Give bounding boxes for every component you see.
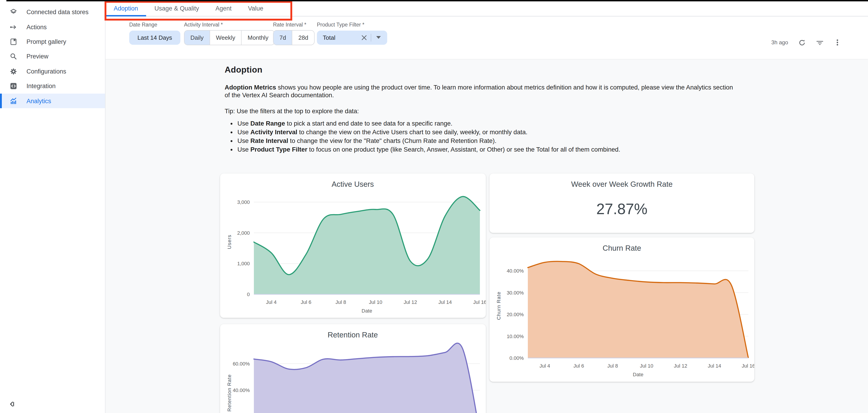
scorecard-title: Week over Week Growth Rate [490, 180, 754, 189]
page-title: Adoption [225, 65, 738, 75]
svg-text:Jul 12: Jul 12 [674, 363, 687, 369]
code-icon [9, 82, 17, 90]
rate-7d-option[interactable]: 7d [274, 30, 292, 44]
sidebar-item-analytics[interactable]: Analytics [0, 94, 105, 108]
list-item: Use Rate Interval to change the view for… [238, 137, 738, 145]
activity-monthly-option[interactable]: Monthly [241, 30, 274, 44]
svg-text:Jul 12: Jul 12 [403, 299, 417, 305]
rate-interval-filter: Rate Interval * 7d 28d [273, 16, 315, 44]
filter-bar: Date Range Last 14 Days Activity Interva… [105, 16, 868, 59]
gear-icon [9, 68, 17, 75]
sidebar-item-label: Preview [27, 53, 49, 60]
svg-text:Users: Users [226, 235, 232, 249]
svg-text:2,000: 2,000 [237, 230, 250, 236]
product-type-filter: Product Type Filter * Total [317, 16, 388, 44]
clear-filter-icon[interactable] [360, 33, 368, 41]
collapse-sidebar-icon[interactable] [7, 399, 17, 408]
wow-growth-card: Week over Week Growth Rate 27.87% [490, 173, 754, 233]
svg-text:Jul 4: Jul 4 [539, 363, 550, 369]
tab-bar: Adoption Usage & Quality Agent Value [105, 1, 868, 16]
filter-icon[interactable] [815, 38, 824, 46]
sidebar-item-label: Connected data stores [27, 9, 89, 15]
active-users-card: 01,0002,0003,000Jul 4Jul 6Jul 8Jul 10Jul… [220, 173, 486, 318]
svg-text:0: 0 [247, 291, 250, 297]
sidebar-item-preview[interactable]: Preview [0, 49, 105, 64]
sidebar: Connected data stores Actions Prompt gal… [0, 1, 105, 413]
date-range-button[interactable]: Last 14 Days [129, 30, 180, 44]
tab-usage-quality[interactable]: Usage & Quality [146, 1, 207, 16]
product-type-select[interactable]: Total [317, 30, 388, 44]
sidebar-item-label: Analytics [27, 97, 51, 104]
svg-text:Date: Date [362, 308, 372, 314]
svg-text:40.00%: 40.00% [506, 268, 524, 274]
svg-text:Retention Rate: Retention Rate [226, 374, 232, 412]
rate-interval-label: Rate Interval * [273, 22, 315, 27]
chip-divider [371, 34, 371, 41]
svg-text:0.00%: 0.00% [509, 355, 524, 361]
sidebar-item-label: Configurations [27, 68, 66, 75]
svg-text:20.00%: 20.00% [506, 312, 524, 317]
svg-text:Jul 8: Jul 8 [607, 363, 618, 369]
product-type-value: Total [323, 34, 335, 41]
analytics-icon [9, 97, 17, 105]
intro-paragraph: Adoption Metrics shows you how people ar… [225, 83, 738, 99]
more-vert-icon[interactable] [833, 38, 841, 46]
chart-title: Retention Rate [220, 330, 486, 339]
svg-text:Jul 10: Jul 10 [640, 363, 653, 369]
list-item: Use Date Range to pick a start and end d… [238, 120, 738, 128]
svg-text:Jul 14: Jul 14 [708, 363, 721, 369]
scorecard-value: 27.87% [490, 200, 754, 218]
sidebar-item-integration[interactable]: Integration [0, 79, 105, 94]
sidebar-item-configurations[interactable]: Configurations [0, 64, 105, 79]
date-range-filter: Date Range Last 14 Days [129, 16, 180, 44]
actions-arrow-icon [9, 23, 17, 31]
main-content: Adoption Adoption Metrics shows you how … [105, 59, 868, 413]
retention-rate-card: 0.00%20.00%40.00%60.00%Jul 4Jul 6Jul 8Ju… [220, 324, 486, 413]
app-window: Connected data stores Actions Prompt gal… [0, 0, 868, 413]
svg-text:Jul 14: Jul 14 [438, 299, 452, 305]
svg-text:Jul 6: Jul 6 [574, 363, 584, 369]
svg-text:Jul 4: Jul 4 [266, 299, 276, 305]
sidebar-item-label: Prompt gallery [27, 38, 66, 45]
sidebar-item-label: Actions [27, 24, 47, 30]
activity-interval-segmented-control: Daily Weekly Monthly [184, 30, 275, 45]
sidebar-item-label: Integration [27, 83, 56, 90]
chart-title: Active Users [220, 180, 486, 189]
active-users-chart[interactable]: 01,0002,0003,000Jul 4Jul 6Jul 8Jul 10Jul… [220, 173, 486, 318]
svg-text:1,000: 1,000 [237, 261, 250, 266]
sidebar-item-prompt-gallery[interactable]: Prompt gallery [0, 34, 105, 49]
list-item: Use Activity Interval to change the view… [238, 128, 738, 136]
activity-weekly-option[interactable]: Weekly [210, 30, 241, 44]
svg-text:Date: Date [633, 372, 643, 377]
activity-interval-filter: Activity Interval * Daily Weekly Monthly [184, 16, 275, 44]
list-item: Use Product Type Filter to focus on one … [238, 146, 738, 154]
rate-28d-option[interactable]: 28d [292, 30, 314, 44]
window-top-edge [6, 0, 868, 1]
tips-list: Use Date Range to pick a start and end d… [225, 120, 738, 154]
tab-adoption[interactable]: Adoption [105, 1, 146, 16]
svg-text:10.00%: 10.00% [506, 333, 524, 339]
svg-text:Jul 16: Jul 16 [473, 299, 486, 305]
prompt-gallery-icon [9, 38, 17, 46]
activity-interval-label: Activity Interval * [184, 22, 275, 27]
docs-text: Adoption Adoption Metrics shows you how … [105, 59, 738, 154]
data-stores-icon [9, 8, 17, 16]
svg-text:Jul 8: Jul 8 [335, 299, 346, 305]
product-type-filter-label: Product Type Filter * [317, 22, 388, 27]
svg-text:30.00%: 30.00% [506, 290, 524, 296]
sidebar-item-connected-data-stores[interactable]: Connected data stores [0, 5, 105, 20]
last-refreshed-text: 3h ago [771, 39, 788, 46]
tab-value[interactable]: Value [240, 1, 272, 16]
churn-rate-chart[interactable]: 0.00%10.00%20.00%30.00%40.00%Jul 4Jul 6J… [490, 237, 754, 382]
activity-daily-option[interactable]: Daily [184, 30, 210, 44]
svg-text:Churn Rate: Churn Rate [496, 291, 502, 320]
sidebar-item-actions[interactable]: Actions [0, 20, 105, 34]
tab-agent[interactable]: Agent [207, 1, 240, 16]
svg-text:40.00%: 40.00% [232, 387, 250, 393]
dashboard-toolbar: 3h ago [771, 35, 841, 50]
dropdown-caret-icon[interactable] [376, 36, 381, 39]
svg-text:Jul 16: Jul 16 [742, 363, 754, 369]
svg-text:60.00%: 60.00% [232, 361, 250, 367]
tip-line: Tip: Use the filters at the top to explo… [225, 107, 738, 115]
refresh-icon[interactable] [798, 38, 806, 46]
